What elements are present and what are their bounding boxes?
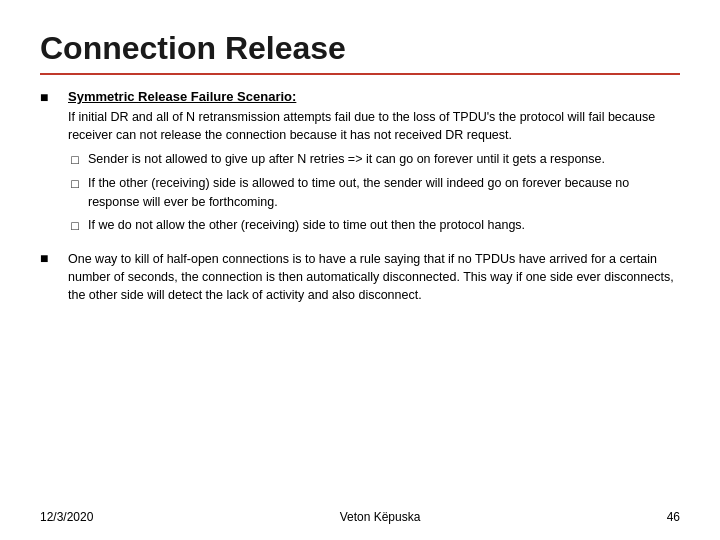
section-1-content: Symmetric Release Failure Scenario: If i… [68,89,680,240]
section-2-intro: One way to kill of half-open connections… [68,250,680,304]
inner-bullet-marker-2: □ [68,175,82,210]
inner-bullet-marker-1: □ [68,151,82,169]
bullet-section-2: ■ One way to kill of half-open connectio… [40,250,680,310]
slide: Connection Release ■ Symmetric Release F… [0,0,720,540]
inner-bullet-marker-3: □ [68,217,82,235]
section-1-intro: If initial DR and all of N retransmissio… [68,108,680,144]
title-divider [40,73,680,75]
slide-title: Connection Release [40,30,680,67]
slide-footer: 12/3/2020 Veton Këpuska 46 [40,510,680,524]
footer-date: 12/3/2020 [40,510,93,524]
footer-author: Veton Këpuska [93,510,666,524]
inner-bullet-text-2: If the other (receiving) side is allowed… [88,174,680,210]
inner-bullet-text-3: If we do not allow the other (receiving)… [88,216,680,235]
inner-bullet-2: □ If the other (receiving) side is allow… [68,174,680,210]
section-1-bullets: □ Sender is not allowed to give up after… [68,150,680,235]
bullet-marker-2: ■ [40,250,68,310]
section-1-heading: Symmetric Release Failure Scenario: [68,89,680,104]
inner-bullet-text-1: Sender is not allowed to give up after N… [88,150,680,169]
inner-bullet-3: □ If we do not allow the other (receivin… [68,216,680,235]
footer-page: 46 [667,510,680,524]
inner-bullet-1: □ Sender is not allowed to give up after… [68,150,680,169]
section-2-content: One way to kill of half-open connections… [68,250,680,310]
bullet-marker-1: ■ [40,89,68,240]
bullet-section-1: ■ Symmetric Release Failure Scenario: If… [40,89,680,240]
